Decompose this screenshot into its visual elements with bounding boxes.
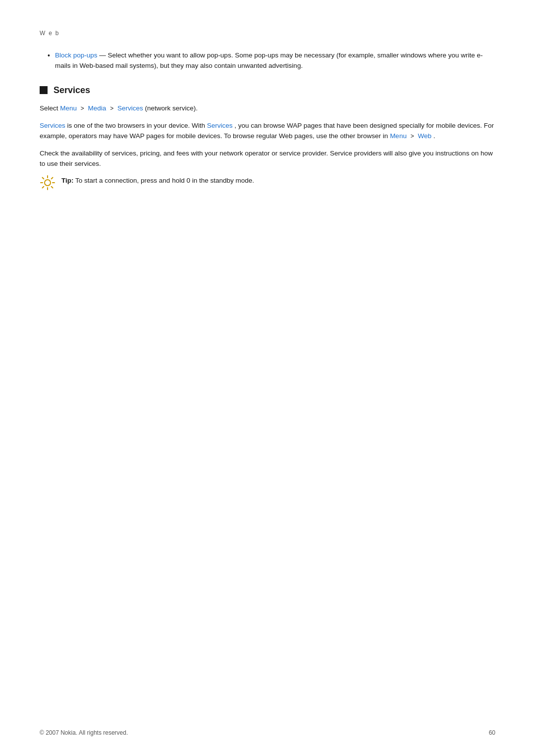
tip-body-text: To start a connection, press and hold 0 … xyxy=(75,177,254,184)
svg-line-5 xyxy=(52,187,53,188)
page-container: W e b • Block pop-ups — Select whether y… xyxy=(0,0,535,756)
block-popups-link[interactable]: Block pop-ups xyxy=(55,51,98,59)
nav-arrow-1: > xyxy=(81,105,84,112)
bullet-item-block-popups: • Block pop-ups — Select whether you wan… xyxy=(48,50,495,71)
svg-point-8 xyxy=(45,180,51,186)
services-link-1[interactable]: Services xyxy=(40,122,65,129)
tip-section: Tip: To start a connection, press and ho… xyxy=(40,176,495,191)
tip-lightbulb-icon xyxy=(40,175,55,191)
paragraph-2: Check the availability of services, pric… xyxy=(40,149,495,169)
nav-arrow-2: > xyxy=(110,105,113,112)
footer-page-number: 60 xyxy=(489,729,495,736)
page-header: W e b xyxy=(40,30,495,37)
tip-bold-label: Tip: xyxy=(61,177,74,184)
nav-select-text: Select xyxy=(40,104,60,112)
bullet-text-block-popups: Block pop-ups — Select whether you want … xyxy=(55,50,495,71)
bullet-dot: • xyxy=(48,50,50,61)
services-heading-text: Services xyxy=(54,85,90,96)
services-link-2[interactable]: Services xyxy=(207,122,233,129)
nav-services-link[interactable]: Services xyxy=(117,104,143,112)
para1-text1: is one of the two browsers in your devic… xyxy=(67,122,207,129)
services-section-heading: Services xyxy=(40,85,495,96)
web-link[interactable]: Web xyxy=(418,132,431,140)
paragraph-1: Services is one of the two browsers in y… xyxy=(40,121,495,142)
bullet-section: • Block pop-ups — Select whether you wan… xyxy=(40,50,495,71)
bullet-text-rest: — Select whether you want to allow pop-u… xyxy=(55,51,483,69)
footer-copyright: © 2007 Nokia. All rights reserved. xyxy=(40,729,128,736)
para1-text3: . xyxy=(433,132,435,140)
section-heading-square-icon xyxy=(40,86,48,94)
menu-link[interactable]: Menu xyxy=(390,132,407,140)
nav-menu-link[interactable]: Menu xyxy=(60,104,77,112)
tip-text: Tip: To start a connection, press and ho… xyxy=(61,176,254,186)
svg-line-7 xyxy=(43,187,44,188)
svg-line-6 xyxy=(52,178,53,179)
nav-suffix: (network service). xyxy=(145,104,198,112)
nav-media-link[interactable]: Media xyxy=(88,104,107,112)
nav-line: Select Menu > Media > Services (network … xyxy=(40,103,495,114)
para1-arrow: > xyxy=(411,133,414,140)
page-footer: © 2007 Nokia. All rights reserved. 60 xyxy=(40,729,495,736)
svg-line-4 xyxy=(43,178,44,179)
